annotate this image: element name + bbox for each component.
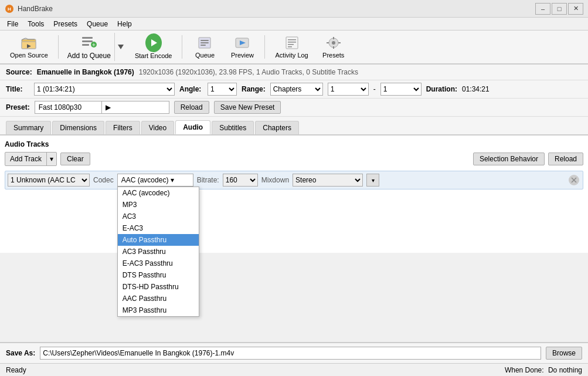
codec-option-dts-passthru[interactable]: DTS Passthru xyxy=(118,269,199,281)
preset-arrow[interactable]: ▶ xyxy=(101,101,169,113)
minimize-button[interactable]: – xyxy=(535,3,550,15)
preview-label: Preview xyxy=(231,52,254,59)
activity-log-label: Activity Log xyxy=(275,52,308,59)
close-button[interactable]: ✕ xyxy=(568,3,583,15)
svg-rect-26 xyxy=(333,46,334,49)
tab-subtitles[interactable]: Subtitles xyxy=(212,121,254,134)
title-select[interactable]: 1 (01:34:21) xyxy=(34,83,175,96)
chapter-start-select[interactable]: 1 xyxy=(328,83,369,96)
codec-option-aac-passthru[interactable]: AAC Passthru xyxy=(118,293,199,304)
browse-button[interactable]: Browse xyxy=(546,347,582,360)
activity-log-icon xyxy=(284,35,300,50)
chapter-end-select[interactable]: 1 xyxy=(380,83,422,96)
audio-tracks-title: Audio Tracks xyxy=(5,140,583,148)
add-track-dropdown-arrow[interactable]: ▾ xyxy=(46,153,56,165)
remove-track-button[interactable] xyxy=(569,175,579,185)
codec-option-aac-avcodec[interactable]: AAC (avcodec) xyxy=(118,187,199,199)
menu-help[interactable]: Help xyxy=(113,19,137,29)
svg-rect-15 xyxy=(200,45,206,46)
presets-icon xyxy=(325,35,342,50)
tab-chapters[interactable]: Chapters xyxy=(255,121,299,134)
svg-rect-28 xyxy=(338,42,341,43)
codec-option-mp3-passthru[interactable]: MP3 Passthru xyxy=(118,304,199,316)
preset-selector[interactable]: Fast 1080p30 ▶ xyxy=(35,101,169,114)
svg-rect-19 xyxy=(288,39,296,40)
presets-button[interactable]: Presets xyxy=(316,32,351,62)
menu-presets[interactable]: Presets xyxy=(49,19,82,29)
svg-rect-27 xyxy=(327,42,329,43)
preview-icon xyxy=(234,35,250,50)
tab-audio[interactable]: Audio xyxy=(175,120,210,134)
preset-row: Preset: Fast 1080p30 ▶ Reload Save New P… xyxy=(0,99,588,117)
svg-rect-25 xyxy=(333,37,334,39)
add-to-queue-label: Add to Queue xyxy=(67,52,111,60)
separator-2 xyxy=(182,35,182,59)
presets-label: Presets xyxy=(322,52,344,59)
audio-source-select[interactable]: 1 Unknown (AAC LC xyxy=(8,174,90,187)
source-bar: Source: Emanuelle in Bangkok (1976) 1920… xyxy=(0,65,588,80)
codec-option-mp3[interactable]: MP3 xyxy=(118,199,199,211)
start-encode-button[interactable]: Start Encode xyxy=(130,32,178,62)
audio-reload-button[interactable]: Reload xyxy=(548,153,583,165)
title-bar: H HandBrake – □ ✕ xyxy=(0,0,588,18)
bitrate-select[interactable]: 160 xyxy=(223,174,258,187)
preview-button[interactable]: Preview xyxy=(225,32,260,62)
audio-tracks-section: Audio Tracks Add Track ▾ Clear Selection… xyxy=(0,136,588,253)
app-title: HandBrake xyxy=(18,5,535,13)
svg-marker-10 xyxy=(118,45,124,49)
svg-rect-21 xyxy=(288,44,294,45)
save-new-preset-button[interactable]: Save New Preset xyxy=(214,101,281,114)
tab-video[interactable]: Video xyxy=(141,121,174,134)
save-as-label: Save As: xyxy=(6,349,35,357)
selection-behavior-button[interactable]: Selection Behavior xyxy=(473,153,545,165)
tracks-toolbar: Add Track ▾ Clear Selection Behavior Rel… xyxy=(5,152,583,166)
codec-option-ac3-passthru[interactable]: AC3 Passthru xyxy=(118,246,199,258)
add-to-queue-dropdown-arrow[interactable] xyxy=(114,33,127,61)
add-to-queue-main: + Add to Queue xyxy=(64,33,114,61)
source-info: 1920x1036 (1920x1036), 23.98 FPS, 1 Audi… xyxy=(139,68,358,76)
menu-queue[interactable]: Queue xyxy=(82,19,113,29)
codec-dropdown-menu: AAC (avcodec) MP3 AC3 E-AC3 Auto Passthr… xyxy=(117,187,199,317)
open-source-button[interactable]: ▶ Open Source xyxy=(5,32,53,62)
start-encode-label: Start Encode xyxy=(135,52,172,59)
codec-option-dtshd-passthru[interactable]: DTS-HD Passthru xyxy=(118,281,199,293)
svg-point-24 xyxy=(332,41,335,45)
activity-log-button[interactable]: Activity Log xyxy=(270,32,313,62)
separator-1 xyxy=(58,35,59,59)
when-done: When Done: Do nothing xyxy=(505,366,582,374)
menu-file[interactable]: File xyxy=(2,19,23,29)
codec-option-eac3[interactable]: E-AC3 xyxy=(118,222,199,234)
add-to-queue-icon: + xyxy=(81,35,97,50)
tab-summary[interactable]: Summary xyxy=(6,121,51,134)
clear-button[interactable]: Clear xyxy=(60,153,90,165)
save-path-input[interactable] xyxy=(40,347,541,360)
svg-rect-20 xyxy=(288,42,296,43)
menu-tools[interactable]: Tools xyxy=(23,19,49,29)
codec-option-ac3[interactable]: AC3 xyxy=(118,211,199,222)
queue-label: Queue xyxy=(195,52,215,59)
tab-dimensions[interactable]: Dimensions xyxy=(52,121,104,134)
range-select[interactable]: Chapters xyxy=(270,83,323,96)
angle-select[interactable]: 1 xyxy=(208,83,237,96)
tab-bar: Summary Dimensions Filters Video Audio S… xyxy=(0,117,588,135)
add-to-queue-button[interactable]: + Add to Queue xyxy=(63,32,127,62)
title-label: Title: xyxy=(6,85,29,93)
codec-selected-value: AAC (avcodec) xyxy=(121,176,169,184)
maximize-button[interactable]: □ xyxy=(552,3,567,15)
queue-button[interactable]: Queue xyxy=(187,32,222,62)
codec-select-button[interactable]: AAC (avcodec) ▾ xyxy=(117,174,193,187)
svg-rect-6 xyxy=(82,40,93,42)
add-track-label: Add Track xyxy=(5,153,46,165)
svg-rect-14 xyxy=(200,42,209,43)
mixdown-select[interactable]: Stereo xyxy=(293,174,363,187)
duration-label: Duration: xyxy=(426,85,457,93)
svg-text:+: + xyxy=(92,42,96,48)
reload-button[interactable]: Reload xyxy=(174,101,209,114)
tab-filters[interactable]: Filters xyxy=(106,121,140,134)
codec-option-auto-passthru[interactable]: Auto Passthru xyxy=(118,234,199,246)
drc-button[interactable]: ▾ xyxy=(366,174,379,187)
duration-value: 01:34:21 xyxy=(462,85,490,93)
add-track-button[interactable]: Add Track ▾ xyxy=(5,152,57,166)
codec-dropdown[interactable]: AAC (avcodec) ▾ AAC (avcodec) MP3 AC3 E-… xyxy=(117,174,193,187)
codec-option-eac3-passthru[interactable]: E-AC3 Passthru xyxy=(118,258,199,269)
